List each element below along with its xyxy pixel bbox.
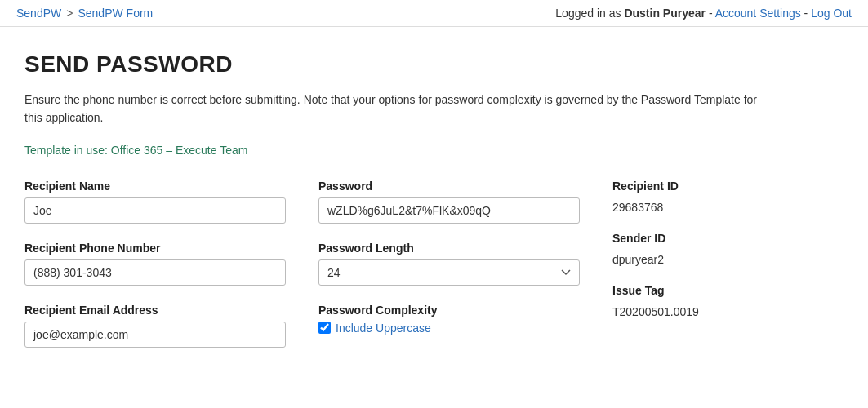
include-uppercase-row: Include Uppercase (318, 322, 580, 335)
column-password: Password Password Length 24 12 16 20 32 … (318, 180, 580, 366)
page-description: Ensure the phone number is correct befor… (24, 91, 759, 127)
recipient-name-input[interactable] (24, 197, 286, 224)
breadcrumb-link-sendpw[interactable]: SendPW (16, 7, 61, 20)
recipient-name-group: Recipient Name (24, 180, 286, 224)
sender-id-group: Sender ID dpuryear2 (612, 232, 792, 266)
password-length-label: Password Length (318, 242, 580, 255)
column-ids: Recipient ID 29683768 Sender ID dpuryear… (612, 180, 792, 366)
issue-tag-value: T20200501.0019 (612, 302, 792, 318)
breadcrumb-separator: > (66, 7, 73, 20)
password-complexity-label: Password Complexity (318, 304, 580, 317)
separator2: - (804, 7, 812, 20)
password-complexity-group: Password Complexity Include Uppercase (318, 304, 580, 335)
issue-tag-label: Issue Tag (612, 284, 792, 297)
recipient-id-group: Recipient ID 29683768 (612, 180, 792, 214)
logged-in-prefix: Logged in as (555, 7, 624, 20)
username: Dustin Puryear (624, 7, 706, 20)
page-title: SEND PASSWORD (24, 51, 844, 78)
breadcrumb-link-sendpw-form[interactable]: SendPW Form (78, 7, 153, 20)
password-length-group: Password Length 24 12 16 20 32 (318, 242, 580, 286)
sender-id-value: dpuryear2 (612, 250, 792, 266)
topbar: SendPW > SendPW Form Logged in as Dustin… (0, 0, 868, 27)
logout-link[interactable]: Log Out (811, 7, 852, 20)
breadcrumb: SendPW > SendPW Form (16, 7, 153, 20)
recipient-name-label: Recipient Name (24, 180, 286, 193)
separator1: - (709, 7, 715, 20)
auth-info: Logged in as Dustin Puryear - Account Se… (555, 7, 852, 20)
password-input[interactable] (318, 197, 580, 224)
password-label: Password (318, 180, 580, 193)
password-length-select[interactable]: 24 12 16 20 32 (318, 259, 580, 286)
template-info: Template in use: Office 365 – Execute Te… (24, 144, 844, 157)
issue-tag-group: Issue Tag T20200501.0019 (612, 284, 792, 318)
recipient-phone-group: Recipient Phone Number (24, 242, 286, 286)
recipient-email-input[interactable] (24, 322, 286, 348)
main-content: SEND PASSWORD Ensure the phone number is… (0, 27, 868, 382)
recipient-phone-label: Recipient Phone Number (24, 242, 286, 255)
form-grid: Recipient Name Recipient Phone Number Re… (24, 180, 844, 366)
recipient-email-group: Recipient Email Address (24, 304, 286, 348)
recipient-email-label: Recipient Email Address (24, 304, 286, 317)
recipient-id-value: 29683768 (612, 197, 792, 214)
include-uppercase-label[interactable]: Include Uppercase (336, 322, 431, 335)
recipient-phone-input[interactable] (24, 259, 286, 286)
password-group: Password (318, 180, 580, 224)
include-uppercase-checkbox[interactable] (318, 322, 331, 334)
account-settings-link[interactable]: Account Settings (715, 7, 801, 20)
column-recipient: Recipient Name Recipient Phone Number Re… (24, 180, 286, 366)
recipient-id-label: Recipient ID (612, 180, 792, 193)
sender-id-label: Sender ID (612, 232, 792, 245)
